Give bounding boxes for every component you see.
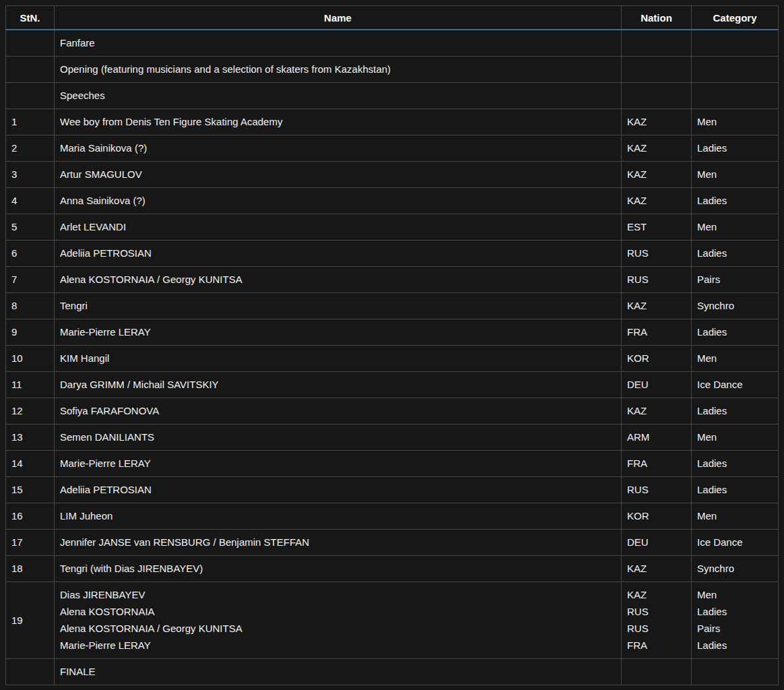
table-row: Fanfare — [6, 30, 779, 57]
cell-name-text: Marie-Pierre LERAY — [60, 325, 616, 340]
cell-category-text: Men — [697, 115, 773, 129]
cell-name-text: Artur SMAGULOV — [60, 167, 616, 182]
cell-stn-text: 9 — [11, 325, 48, 340]
cell-stn: 12 — [6, 398, 55, 425]
cell-category: Ice Dance — [692, 530, 779, 556]
cell-name-text: Marie-Pierre LERAY — [60, 638, 616, 653]
cell-category-text: Pairs — [697, 621, 773, 636]
cell-stn: 1 — [6, 109, 55, 135]
cell-category-text: Ladies — [697, 638, 773, 653]
cell-name: Alena KOSTORNAIA / Georgy KUNITSA — [55, 267, 622, 293]
cell-nation: RUS — [622, 241, 692, 267]
cell-category: Ladies — [692, 188, 779, 214]
cell-name: Wee boy from Denis Ten Figure Skating Ac… — [55, 109, 622, 135]
cell-category: Men — [692, 109, 779, 135]
cell-category-text: Men — [697, 167, 773, 182]
cell-name-text: Anna Sainikova (?) — [60, 193, 616, 208]
cell-category-text: Ladies — [697, 482, 773, 497]
cell-category — [692, 83, 779, 109]
cell-nation-text: KAZ — [627, 588, 686, 602]
cell-stn: 13 — [6, 425, 55, 451]
cell-stn: 8 — [6, 293, 55, 319]
cell-name: Marie-Pierre LERAY — [55, 319, 622, 346]
cell-nation-text: KAZ — [627, 167, 686, 182]
cell-nation: KAZ — [622, 162, 692, 188]
cell-name-text: Speeches — [60, 88, 616, 103]
table-row: 6Adeliia PETROSIANRUSLadies — [6, 241, 779, 267]
cell-stn: 19 — [6, 582, 55, 659]
cell-name-text: Tengri (with Dias JIRENBAYEV) — [60, 561, 616, 576]
cell-category-text: Ladies — [697, 404, 773, 418]
cell-stn-text: 7 — [11, 272, 48, 287]
cell-stn — [6, 30, 55, 57]
cell-name-text: Arlet LEVANDI — [60, 220, 616, 234]
cell-stn-text: 12 — [11, 404, 48, 418]
cell-stn-text: 4 — [11, 193, 48, 208]
cell-nation-text: RUS — [627, 482, 686, 497]
table-row: 18Tengri (with Dias JIRENBAYEV)KAZSynchr… — [6, 556, 779, 582]
cell-nation: DEU — [622, 372, 692, 398]
table-row: FINALE — [6, 659, 779, 685]
table-row: 9Marie-Pierre LERAYFRALadies — [6, 319, 779, 346]
cell-name: Artur SMAGULOV — [55, 162, 622, 188]
cell-nation-text: KAZ — [627, 115, 686, 129]
table-row: 16LIM JuheonKORMen — [6, 503, 779, 530]
cell-stn-text: 10 — [11, 351, 48, 366]
cell-category: Ladies — [692, 451, 779, 477]
cell-category-text: Ice Dance — [697, 535, 773, 550]
cell-category: Pairs — [692, 267, 779, 293]
cell-name: FINALE — [55, 659, 622, 685]
cell-category-text: Ladies — [697, 456, 773, 471]
cell-nation: RUS — [622, 477, 692, 503]
cell-category-text: Synchro — [697, 561, 773, 576]
cell-stn-text: 18 — [11, 561, 48, 576]
cell-nation: DEU — [622, 530, 692, 556]
cell-stn-text: 16 — [11, 509, 48, 524]
cell-nation — [622, 30, 692, 57]
cell-name: Marie-Pierre LERAY — [55, 451, 622, 477]
cell-stn-text: 13 — [11, 430, 48, 445]
cell-nation: FRA — [622, 319, 692, 346]
cell-nation-text: KAZ — [627, 404, 686, 418]
cell-stn: 10 — [6, 346, 55, 372]
cell-name-text: Marie-Pierre LERAY — [60, 456, 616, 471]
table-header: StN. Name Nation Category — [6, 6, 779, 30]
table-row: 12Sofiya FARAFONOVAKAZLadies — [6, 398, 779, 425]
cell-name-text: Alena KOSTORNAIA — [60, 604, 616, 619]
cell-stn — [6, 83, 55, 109]
table-row: 17Jennifer JANSE van RENSBURG / Benjamin… — [6, 530, 779, 556]
cell-name: Tengri — [55, 293, 622, 319]
cell-category: Ladies — [692, 241, 779, 267]
cell-name: Maria Sainikova (?) — [55, 135, 622, 162]
cell-name-text: Fanfare — [60, 36, 616, 51]
cell-nation-text: KAZ — [627, 193, 686, 208]
cell-nation-text: KOR — [627, 509, 686, 524]
cell-nation: KAZ — [622, 135, 692, 162]
table-row: 19Dias JIRENBAYEVAlena KOSTORNAIAAlena K… — [6, 582, 779, 659]
cell-category: Ice Dance — [692, 372, 779, 398]
cell-name: Tengri (with Dias JIRENBAYEV) — [55, 556, 622, 582]
cell-nation: KOR — [622, 503, 692, 530]
cell-category-text: Ladies — [697, 193, 773, 208]
cell-category-text: Ladies — [697, 325, 773, 340]
cell-name-text: Dias JIRENBAYEV — [60, 588, 616, 602]
cell-stn: 16 — [6, 503, 55, 530]
cell-nation-text: DEU — [627, 535, 686, 550]
table-row: 4Anna Sainikova (?)KAZLadies — [6, 188, 779, 214]
start-list-table: StN. Name Nation Category FanfareOpening… — [5, 5, 779, 685]
cell-stn-text: 14 — [11, 456, 48, 471]
cell-stn: 18 — [6, 556, 55, 582]
cell-name: Adeliia PETROSIAN — [55, 477, 622, 503]
cell-name: Adeliia PETROSIAN — [55, 241, 622, 267]
cell-stn-text: 15 — [11, 482, 48, 497]
cell-nation — [622, 57, 692, 83]
cell-name: Opening (featuring musicians and a selec… — [55, 57, 622, 83]
cell-name: LIM Juheon — [55, 503, 622, 530]
cell-nation: KAZ — [622, 109, 692, 135]
cell-category-text: Pairs — [697, 272, 773, 287]
table-row: 1Wee boy from Denis Ten Figure Skating A… — [6, 109, 779, 135]
cell-nation-text: RUS — [627, 621, 686, 636]
cell-category — [692, 57, 779, 83]
cell-category-text: Men — [697, 509, 773, 524]
cell-category-text: Synchro — [697, 299, 773, 313]
